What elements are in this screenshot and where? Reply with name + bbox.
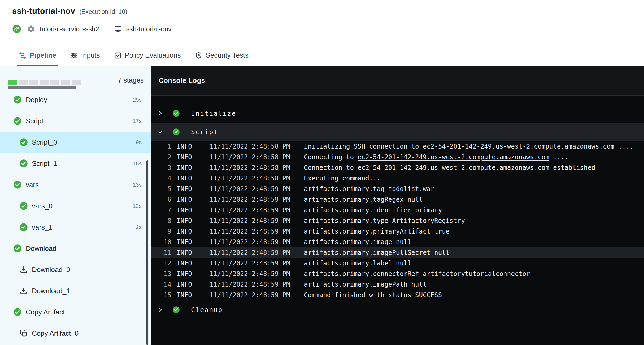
tab-inputs[interactable]: Inputs: [70, 45, 100, 66]
log-text: established: [549, 164, 595, 171]
success-icon: [13, 244, 22, 253]
success-icon: [172, 110, 180, 117]
log-message: artifacts.primary.tagRegex null: [304, 196, 644, 203]
log-link[interactable]: ec2-54-201-142-249.us-west-2.compute.ama…: [358, 164, 549, 171]
success-icon: [19, 159, 28, 168]
tab-bar: PipelineInputsPolicy EvaluationsSecurity…: [0, 45, 644, 66]
log-level: INFO: [177, 228, 204, 235]
log-link[interactable]: ec2-54-201-142-249.us-west-2.compute.ama…: [423, 143, 614, 150]
log-text: Connection to: [304, 164, 358, 171]
stage-row-vars-1[interactable]: vars_12s: [0, 217, 151, 238]
success-icon: [172, 128, 180, 136]
log-text: artifacts.primary.identifier primary: [304, 206, 442, 214]
stage-row-vars[interactable]: vars13s: [0, 174, 151, 195]
progress-segment: [50, 80, 59, 85]
service-name[interactable]: tutorial-service-ssh2: [40, 25, 99, 33]
log-message: artifacts.primary.primaryArtifact true: [304, 228, 644, 235]
stage-row-copy-artifact-0[interactable]: Copy Artifact_0: [0, 323, 151, 344]
stage-row-deploy[interactable]: Deploy29s: [0, 94, 151, 110]
progress-scrollbar[interactable]: [8, 86, 76, 89]
log-section-script[interactable]: Script: [151, 123, 644, 141]
log-line: 3INFO11/11/2022 2:48:58 PMConnection to …: [151, 162, 644, 173]
success-icon: [13, 117, 22, 125]
progress-segment: [8, 80, 17, 85]
log-level: INFO: [177, 206, 204, 214]
stage-label: Download_0: [32, 266, 142, 274]
copy-icon: [19, 329, 28, 338]
log-message: artifacts.primary.tag todolist.war: [304, 185, 644, 193]
success-icon: [172, 306, 180, 313]
chevron-down-icon[interactable]: [157, 129, 163, 135]
stage-label: vars: [26, 181, 133, 189]
policy-icon: [114, 51, 122, 59]
inputs-icon: [70, 51, 78, 59]
execution-id-label: (Execution Id: 10): [79, 8, 127, 15]
pipeline-execution-page: ssh-tutorial-nov (Execution Id: 10) tuto…: [0, 0, 644, 345]
stage-row-vars-0[interactable]: vars_012s: [0, 195, 151, 217]
log-level: INFO: [177, 291, 204, 299]
chevron-right-icon[interactable]: [157, 110, 163, 116]
stage-row-download-0[interactable]: Download_0: [0, 259, 151, 280]
success-icon: [13, 96, 22, 104]
tab-pipeline[interactable]: Pipeline: [19, 45, 56, 66]
log-text: artifacts.primary.connectorRef artifacto…: [304, 270, 530, 278]
log-timestamp: 11/11/2022 2:48:59 PM: [210, 185, 304, 193]
stage-duration: 2s: [136, 224, 142, 230]
line-number: 13: [151, 270, 171, 278]
line-number: 11: [151, 249, 171, 256]
stage-duration: 29s: [133, 97, 142, 103]
log-message: artifacts.primary.image null: [304, 238, 644, 246]
progress-segment: [72, 80, 81, 85]
log-message: artifacts.primary.connectorRef artifacto…: [304, 270, 644, 278]
chevron-right-icon[interactable]: [157, 307, 163, 313]
stage-row-script[interactable]: Script17s: [0, 110, 151, 132]
log-message: Executing command...: [304, 175, 644, 182]
log-section-cleanup[interactable]: Cleanup: [151, 300, 644, 319]
tab-security-tests[interactable]: Security Tests: [195, 45, 249, 66]
log-message: artifacts.primary.label null: [304, 260, 644, 267]
log-timestamp: 11/11/2022 2:48:58 PM: [210, 164, 304, 171]
log-message: artifacts.primary.identifier primary: [304, 206, 644, 214]
log-section-initialize[interactable]: Initialize: [151, 104, 644, 123]
progress-segment: [29, 80, 38, 85]
stages-progress-panel: 7 stages: [0, 66, 151, 94]
log-line: 1INFO11/11/2022 2:48:58 PMInitializing S…: [151, 141, 644, 152]
log-line: 14INFO11/11/2022 2:48:59 PMartifacts.pri…: [151, 279, 644, 290]
log-link[interactable]: ec2-54-201-142-249.us-west-2.compute.ama…: [358, 153, 549, 161]
stage-row-copy-artifact[interactable]: Copy Artifact: [0, 301, 151, 323]
progress-segment: [19, 80, 28, 85]
log-timestamp: 11/11/2022 2:48:59 PM: [210, 196, 304, 203]
gear-icon[interactable]: [27, 25, 35, 33]
log-message: artifacts.primary.imagePath null: [304, 281, 644, 288]
stage-row-script-1[interactable]: Script_116s: [0, 153, 151, 174]
line-number: 9: [151, 228, 171, 235]
download-icon: [19, 287, 28, 295]
stage-row-download-1[interactable]: Download_1: [0, 280, 151, 301]
console-title: Console Logs: [159, 76, 205, 85]
line-number: 15: [151, 291, 171, 299]
log-level: INFO: [177, 153, 204, 161]
progress-segment: [40, 80, 49, 85]
tab-policy-evaluations[interactable]: Policy Evaluations: [114, 45, 181, 66]
title-row: ssh-tutorial-nov (Execution Id: 10): [12, 6, 644, 18]
sidebar-scrollbar[interactable]: [146, 160, 148, 345]
log-line: 15INFO11/11/2022 2:48:59 PMCommand finis…: [151, 290, 644, 300]
stage-label: vars_1: [32, 223, 136, 231]
log-message: Connection to ec2-54-201-142-249.us-west…: [304, 164, 644, 171]
log-level: INFO: [177, 238, 204, 246]
log-timestamp: 11/11/2022 2:48:59 PM: [210, 228, 304, 235]
stage-progress-bar: [8, 80, 81, 85]
success-icon: [19, 223, 28, 231]
log-timestamp: 11/11/2022 2:48:58 PM: [210, 175, 304, 182]
line-number: 5: [151, 185, 171, 193]
stage-row-download[interactable]: Download: [0, 238, 151, 259]
stage-duration: 12s: [133, 203, 142, 209]
tab-label: Policy Evaluations: [125, 51, 181, 59]
pipeline-icon: [19, 51, 27, 59]
log-message: Command finished with status SUCCESS: [304, 291, 644, 299]
log-timestamp: 11/11/2022 2:48:59 PM: [210, 270, 304, 278]
stage-row-script-0[interactable]: Script_09s: [0, 132, 151, 153]
log-line: 4INFO11/11/2022 2:48:58 PMExecuting comm…: [151, 173, 644, 184]
environment-name[interactable]: ssh-tutorial-env: [126, 25, 172, 33]
stage-label: Copy Artifact_0: [32, 329, 142, 338]
